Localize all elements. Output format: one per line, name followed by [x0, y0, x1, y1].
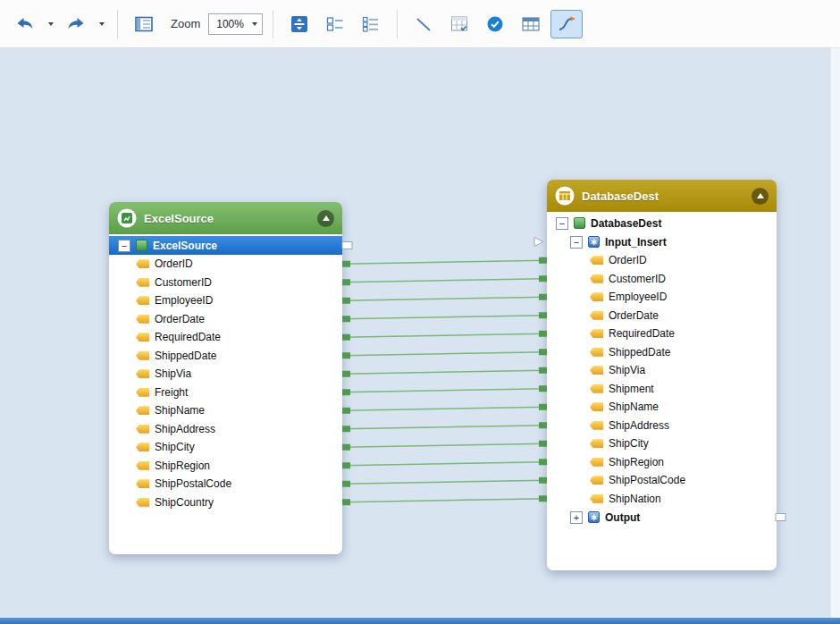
column-icon — [136, 498, 149, 507]
column-name: ShipAddress — [155, 423, 215, 435]
fit-height-button[interactable] — [283, 10, 315, 38]
mapping-line[interactable] — [343, 462, 546, 466]
source-output-connector[interactable] — [342, 242, 352, 249]
dest-input-arrow[interactable] — [534, 238, 543, 247]
collapse-button[interactable] — [752, 188, 769, 205]
source-field-row[interactable]: ShipAddress — [109, 420, 342, 439]
column-icon — [136, 259, 149, 268]
dest-field-row[interactable]: OrderID — [547, 251, 777, 270]
table-view-icon — [522, 16, 540, 32]
column-name: CustomerID — [155, 276, 212, 289]
column-icon — [136, 479, 149, 488]
mapping-line[interactable] — [343, 333, 546, 337]
layout-panel-button[interactable] — [128, 10, 160, 38]
mapping-endpoint — [342, 371, 350, 377]
mapping-line[interactable] — [343, 370, 546, 374]
table-view-button[interactable] — [515, 10, 547, 38]
list-layout-button[interactable] — [355, 10, 387, 38]
column-icon — [590, 402, 603, 411]
dest-field-row[interactable]: ShipPostalCode — [547, 471, 777, 490]
validate-button[interactable] — [479, 10, 511, 38]
column-name: Shipment — [609, 383, 654, 395]
source-field-row[interactable]: ShipCountry — [109, 493, 342, 512]
align-items-button[interactable] — [319, 10, 351, 38]
dest-root-row[interactable]: DatabaseDest — [547, 214, 777, 232]
source-field-row[interactable]: ShipCity — [109, 438, 342, 457]
source-field-row[interactable]: ShippedDate — [109, 347, 342, 366]
design-canvas[interactable]: ExcelSource ExcelSource OrderIDCustomerI… — [0, 48, 840, 618]
vertical-scrollbar[interactable] — [830, 48, 840, 618]
undo-button[interactable] — [9, 10, 41, 38]
mapping-line[interactable] — [343, 260, 546, 264]
dest-input-row[interactable]: Input_Insert — [547, 232, 777, 251]
mapping-endpoint — [342, 334, 350, 341]
column-name: OrderID — [609, 254, 647, 266]
source-field-row[interactable]: OrderDate — [109, 310, 342, 329]
undo-dropdown[interactable] — [45, 11, 56, 38]
source-field-row[interactable]: OrderID — [109, 255, 342, 274]
source-field-row[interactable]: ShipVia — [109, 365, 342, 384]
triangle-up-icon — [323, 215, 330, 221]
source-field-row[interactable]: ShipName — [109, 401, 342, 420]
column-name: ShipCity — [609, 437, 649, 450]
dest-field-row[interactable]: RequiredDate — [547, 325, 777, 343]
dest-field-row[interactable]: ShipName — [547, 398, 777, 417]
dest-field-row[interactable]: CustomerID — [547, 270, 777, 289]
expander-icon[interactable] — [570, 511, 583, 524]
column-icon — [590, 366, 603, 375]
source-node-header[interactable]: ExcelSource — [109, 202, 342, 234]
expander-icon[interactable] — [556, 217, 568, 230]
mapping-line[interactable] — [343, 279, 546, 282]
mapping-line[interactable] — [343, 407, 546, 410]
source-field-row[interactable]: ShipPostalCode — [109, 475, 342, 493]
mapping-endpoint — [342, 298, 350, 304]
dest-field-row[interactable]: ShippedDate — [547, 343, 777, 362]
dest-output-row[interactable]: Output — [547, 508, 777, 527]
undo-icon — [15, 16, 35, 32]
mapping-line[interactable] — [343, 297, 546, 300]
toolbar-separator — [397, 10, 398, 38]
dest-node-header[interactable]: DatabaseDest — [547, 180, 777, 212]
column-name: ShipVia — [609, 364, 645, 376]
dest-field-row[interactable]: ShipNation — [547, 490, 777, 509]
mapping-line[interactable] — [343, 480, 546, 484]
redo-button[interactable] — [60, 10, 92, 38]
list-layout-icon — [362, 16, 380, 32]
column-icon — [590, 439, 603, 448]
source-field-row[interactable]: RequiredDate — [109, 328, 342, 347]
data-grid-button[interactable] — [443, 10, 475, 38]
source-field-row[interactable]: CustomerID — [109, 274, 342, 292]
source-node-body: ExcelSource OrderIDCustomerIDEmployeeIDO… — [109, 234, 342, 511]
mapping-line[interactable] — [343, 499, 546, 502]
source-field-row[interactable]: Freight — [109, 384, 342, 402]
source-node[interactable]: ExcelSource ExcelSource OrderIDCustomerI… — [109, 202, 342, 554]
expander-icon[interactable] — [570, 236, 583, 249]
column-name: OrderID — [155, 257, 193, 270]
mapping-line[interactable] — [343, 316, 546, 319]
source-field-row[interactable]: ShipRegion — [109, 457, 342, 476]
collapse-button[interactable] — [317, 210, 334, 227]
source-field-row[interactable]: EmployeeID — [109, 291, 342, 310]
dest-field-row[interactable]: ShipVia — [547, 361, 777, 380]
source-root-row[interactable]: ExcelSource — [109, 236, 342, 255]
zoom-combobox[interactable]: 100% — [208, 13, 263, 35]
mapping-line[interactable] — [343, 426, 546, 429]
dest-node[interactable]: DatabaseDest DatabaseDest Input_Insert O… — [547, 180, 777, 570]
dest-field-row[interactable]: Shipment — [547, 380, 777, 399]
mapping-endpoint — [539, 312, 547, 318]
dest-output-connector[interactable] — [776, 514, 785, 521]
dest-field-row[interactable]: ShipAddress — [547, 417, 777, 435]
mapping-line[interactable] — [343, 352, 546, 356]
expander-icon[interactable] — [118, 240, 130, 252]
column-name: ShipPostalCode — [155, 477, 231, 490]
dest-field-row[interactable]: EmployeeID — [547, 288, 777, 307]
link-tool-button[interactable] — [407, 10, 440, 38]
dest-field-row[interactable]: ShipRegion — [547, 453, 777, 472]
column-icon — [590, 256, 603, 265]
redo-dropdown[interactable] — [96, 11, 107, 38]
mapping-line[interactable] — [343, 443, 546, 447]
auto-connect-button[interactable] — [550, 10, 583, 38]
mapping-line[interactable] — [343, 389, 546, 392]
dest-field-row[interactable]: ShipCity — [547, 434, 777, 453]
dest-field-row[interactable]: OrderDate — [547, 307, 777, 325]
